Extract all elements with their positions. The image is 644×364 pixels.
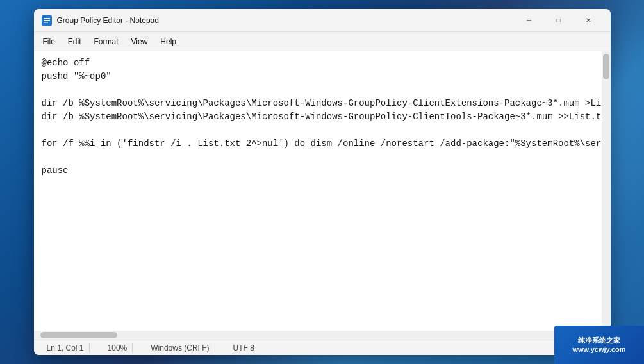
menu-item-view[interactable]: View: [125, 35, 154, 49]
window-controls: ─ □ ✕: [515, 9, 603, 32]
svg-rect-3: [44, 22, 48, 23]
cursor-position: Ln 1, Col 1: [42, 343, 90, 352]
menu-item-file[interactable]: File: [37, 35, 62, 49]
editor-textarea[interactable]: @echo off pushd "%~dp0" dir /b %SystemRo…: [34, 51, 602, 331]
svg-rect-2: [44, 20, 50, 21]
editor-container: @echo off pushd "%~dp0" dir /b %SystemRo…: [34, 51, 611, 331]
svg-rect-1: [44, 18, 50, 19]
encoding: UTF 8: [228, 343, 260, 352]
horizontal-scrollbar-thumb[interactable]: [40, 332, 117, 338]
app-icon: [42, 15, 52, 26]
close-button[interactable]: ✕: [574, 9, 603, 32]
horizontal-scrollbar-container: [34, 331, 611, 340]
maximize-button[interactable]: □: [544, 9, 574, 32]
title-bar: Group Policy Editor - Notepad ─ □ ✕: [34, 9, 611, 32]
watermark: 纯净系统之家www.ycwjy.com: [554, 326, 644, 364]
menu-item-format[interactable]: Format: [88, 35, 125, 49]
vertical-scrollbar-thumb[interactable]: [603, 54, 609, 79]
zoom-level: 100%: [103, 343, 133, 352]
horizontal-scrollbar[interactable]: [34, 331, 602, 340]
menu-item-help[interactable]: Help: [154, 35, 183, 49]
window-title: Group Policy Editor - Notepad: [57, 16, 515, 25]
minimize-button[interactable]: ─: [515, 9, 544, 32]
status-bar: Ln 1, Col 1 100% Windows (CRI F) UTF 8: [34, 340, 611, 355]
menu-bar: File Edit Format View Help: [34, 32, 611, 51]
line-ending: Windows (CRI F): [145, 343, 215, 352]
notepad-window: Group Policy Editor - Notepad ─ □ ✕ File…: [34, 9, 611, 355]
vertical-scrollbar[interactable]: [602, 51, 611, 331]
menu-item-edit[interactable]: Edit: [62, 35, 88, 49]
